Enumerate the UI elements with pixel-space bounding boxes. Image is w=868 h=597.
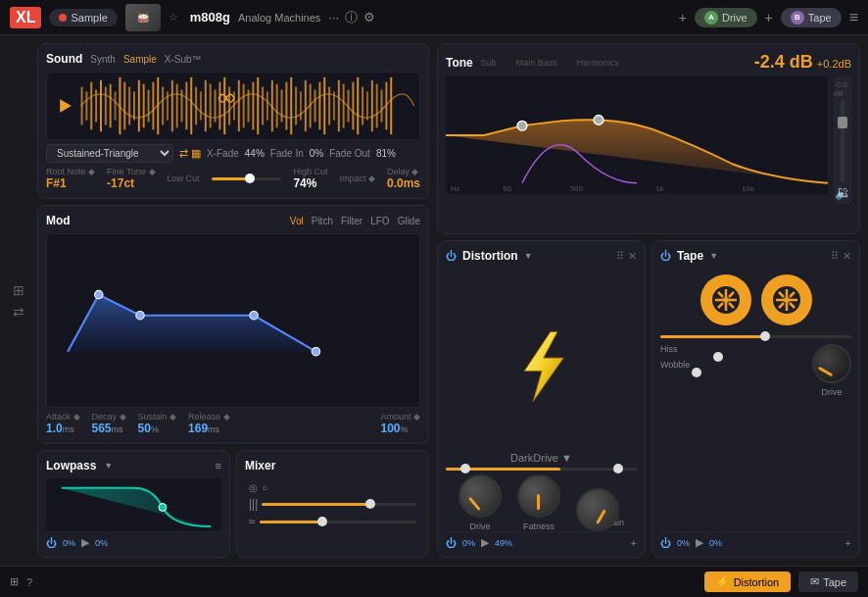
chain-a[interactable]: A Drive xyxy=(695,8,757,27)
svg-rect-17 xyxy=(162,87,164,125)
cut-slider[interactable] xyxy=(212,177,282,180)
tape-chevron[interactable]: ▼ xyxy=(709,251,718,261)
sample-button[interactable]: Sample xyxy=(49,9,117,26)
high-cut-value: 74% xyxy=(293,176,327,190)
settings-icon[interactable]: ⚙ xyxy=(363,10,375,25)
mod-tab-glide[interactable]: Glide xyxy=(398,216,420,226)
tape-plus-icon[interactable]: + xyxy=(845,537,851,549)
grid-ctrl-icon[interactable]: ▦ xyxy=(191,147,201,160)
add-chain-a-btn[interactable]: + xyxy=(679,10,687,25)
bolt-container: DarkDrive ▼ xyxy=(446,269,637,464)
tape-tab-label: Tape xyxy=(823,576,846,588)
bb-question-icon[interactable]: ? xyxy=(26,576,32,588)
grid-icon[interactable]: ⊞ xyxy=(13,282,24,298)
dark-drive-label[interactable]: DarkDrive ▼ xyxy=(510,452,572,464)
sustain-label: Sustain ◆ xyxy=(138,412,177,422)
loop-icon[interactable]: ⇄ xyxy=(179,147,188,160)
chain-b[interactable]: B Tape xyxy=(781,8,842,27)
vol-icon: 🔉 xyxy=(835,184,851,200)
svg-rect-40 xyxy=(271,80,273,131)
distortion-close-icon[interactable]: ✕ xyxy=(628,250,637,263)
mod-tab-filter[interactable]: Filter xyxy=(341,216,362,226)
info-icon[interactable]: ⓘ xyxy=(345,9,358,26)
tape-drive-knob[interactable] xyxy=(812,344,851,383)
tape-top-slider[interactable] xyxy=(660,335,851,338)
svg-rect-65 xyxy=(390,77,392,134)
hiss-thumb xyxy=(713,352,723,362)
svg-rect-56 xyxy=(348,89,350,122)
menu-icon[interactable]: ≡ xyxy=(849,9,858,26)
mod-tab-pitch[interactable]: Pitch xyxy=(312,216,333,226)
dist-val1: 0% xyxy=(462,538,475,548)
lowpass-val2: 0% xyxy=(95,538,108,548)
tape-play-icon[interactable]: ▶ xyxy=(696,536,703,549)
svg-rect-7 xyxy=(115,91,117,120)
mixer-slider-1[interactable] xyxy=(262,503,416,506)
distortion-grid-icon[interactable]: ⠿ xyxy=(616,250,624,263)
fadeout-val: 81% xyxy=(376,148,396,159)
svg-rect-1 xyxy=(85,91,87,120)
tape-tab[interactable]: ✉ Tape xyxy=(798,572,858,592)
delay-value: 0.0ms xyxy=(387,176,420,190)
tape-drive-label: Drive xyxy=(821,387,842,397)
distortion-tab[interactable]: ⚡ Distortion xyxy=(704,572,791,592)
svg-text:Hz: Hz xyxy=(451,184,460,193)
svg-rect-12 xyxy=(138,80,140,131)
svg-rect-5 xyxy=(105,87,107,125)
svg-rect-52 xyxy=(328,87,330,125)
distortion-chevron[interactable]: ▼ xyxy=(524,251,533,261)
add-chain-b-btn[interactable]: + xyxy=(765,10,773,25)
decay-label: Decay ◆ xyxy=(92,412,126,422)
tape-power-icon[interactable]: ⏻ xyxy=(660,250,671,262)
tone-db-value: -2.4 dB xyxy=(754,52,813,73)
distortion-power-icon[interactable]: ⏻ xyxy=(446,250,457,262)
dist-plus-icon[interactable]: + xyxy=(631,537,637,549)
lowpass-chevron[interactable]: ▼ xyxy=(104,461,113,471)
mixer-slider-2[interactable] xyxy=(260,521,416,523)
bolt-svg xyxy=(503,327,581,406)
volume-fader[interactable]: -0.0 dB 🔉 xyxy=(834,76,851,204)
dots-icon[interactable]: ··· xyxy=(328,10,339,25)
vol-thumb xyxy=(838,117,847,128)
synth-tab[interactable]: Synth xyxy=(90,54,116,65)
xsub-tab[interactable]: X-Sub™ xyxy=(165,54,202,65)
note-slider-container xyxy=(212,177,282,180)
tape-top-fill xyxy=(660,335,765,338)
fatness-knob[interactable] xyxy=(517,474,560,518)
svg-rect-11 xyxy=(133,91,135,120)
tape-close-icon[interactable]: ✕ xyxy=(843,250,851,263)
dist-bottom-power[interactable]: ⏻ xyxy=(446,537,457,549)
mixer-icon[interactable]: ⇄ xyxy=(13,304,24,320)
lowpass-play-icon[interactable]: ▶ xyxy=(81,536,89,549)
drive-knob[interactable] xyxy=(458,474,502,518)
tape-bottom-power[interactable]: ⏻ xyxy=(660,537,671,549)
amount-param: Amount ◆ 100% xyxy=(380,412,420,435)
effects-row: ⏻ Distortion ▼ ⠿ ✕ xyxy=(437,240,860,558)
mod-tab-lfo[interactable]: LFO xyxy=(370,216,389,226)
mod-header: Mod Vol Pitch Filter LFO Glide xyxy=(46,214,420,227)
dist-arrow-icon[interactable]: ▶ xyxy=(481,536,489,549)
lowpass-power-icon[interactable]: ⏻ xyxy=(46,537,57,549)
svg-rect-50 xyxy=(318,82,320,130)
svg-rect-39 xyxy=(266,91,268,120)
hiss-label: Hiss xyxy=(660,344,804,354)
svg-text:1k: 1k xyxy=(656,184,664,193)
bb-grid-icon[interactable]: ⊞ xyxy=(10,575,19,588)
svg-rect-54 xyxy=(338,80,340,131)
tape-title: Tape xyxy=(677,249,703,263)
adsr-svg xyxy=(47,234,419,407)
dist-top-slider-row xyxy=(446,468,637,471)
gain-knob[interactable] xyxy=(576,488,619,531)
svg-text:60: 60 xyxy=(504,184,512,193)
tape-grid-icon[interactable]: ⠿ xyxy=(831,250,839,263)
svg-line-88 xyxy=(718,303,723,308)
svg-rect-63 xyxy=(381,89,383,122)
sample-tab[interactable]: Sample xyxy=(123,54,157,65)
mod-title: Mod xyxy=(46,214,71,227)
dist-top-slider[interactable] xyxy=(446,468,637,471)
mod-tabs: Vol Pitch Filter LFO Glide xyxy=(290,216,420,226)
mod-tab-vol[interactable]: Vol xyxy=(290,216,304,226)
lowpass-menu-icon[interactable]: ≡ xyxy=(216,460,221,472)
svg-point-73 xyxy=(594,116,603,125)
preset-selector[interactable]: Sustained-Triangle xyxy=(46,144,173,163)
